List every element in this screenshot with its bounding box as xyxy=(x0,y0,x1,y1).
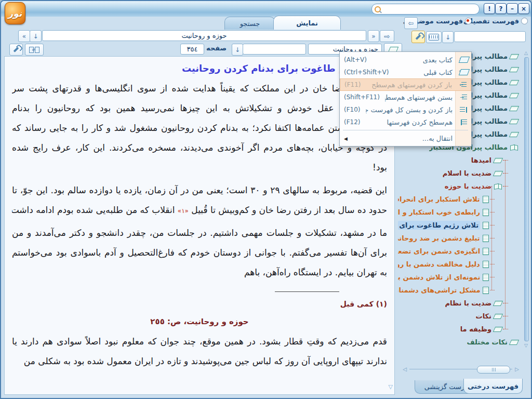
book-closed-icon xyxy=(509,132,519,137)
book-closed-icon xyxy=(509,93,519,98)
tree-item[interactable]: مشکل تراشی‌های دشمنان به xyxy=(398,284,521,297)
tree-item[interactable]: امیدها xyxy=(398,154,521,167)
book-closed-icon xyxy=(509,119,519,124)
keyboard-icon xyxy=(429,34,439,41)
book-closed-icon xyxy=(509,106,519,111)
down-button[interactable]: ↓ xyxy=(30,30,42,42)
goto-input[interactable] xyxy=(243,44,306,55)
sidebar-toolbar: ↓ xyxy=(397,30,530,43)
tab-display[interactable]: نمایش xyxy=(273,16,341,30)
close-button[interactable]: × xyxy=(518,3,529,14)
wrench-icon xyxy=(14,47,19,52)
tree-item[interactable]: نکات xyxy=(398,310,521,323)
tree-item[interactable]: ضدیت با اسلام xyxy=(398,167,521,180)
tree-vertical-scrollbar[interactable]: △ ▽ xyxy=(523,50,529,349)
titlebar-search-box[interactable] xyxy=(371,4,480,15)
body-line: به تهران بیایم. در ایستگاه راه‌آهن، باهم xyxy=(12,262,387,282)
title-bar: نور ! ? – × xyxy=(1,1,531,17)
document-icon xyxy=(483,287,489,294)
radio-circle-icon xyxy=(521,18,528,24)
sidebar-down-button[interactable]: ↓ xyxy=(442,31,454,43)
forward-button[interactable]: » xyxy=(368,30,379,42)
tree-item[interactable]: نمونه‌ای از تلاش دشمن برای xyxy=(398,271,521,284)
footnote-text: (١) کمی قبل xyxy=(12,296,387,312)
radio-detailed-list[interactable]: فهرست تفصیلی xyxy=(463,17,528,25)
book-open-icon xyxy=(510,145,518,150)
menu-item-open-same-level-lists[interactable]: ← باز کردن فهرستهای هم‌سطح (F11) xyxy=(340,78,471,91)
scroll-up-icon[interactable]: △ xyxy=(523,50,529,56)
tree-horizontal-scrollbar[interactable]: ◁ ▷ xyxy=(401,365,521,373)
book-open-icon xyxy=(494,184,502,189)
tree-item-selected[interactable]: تلاش رژیم طاغوت برای بد xyxy=(398,219,521,232)
sidebar-search-input[interactable] xyxy=(454,31,526,42)
collapse-panel-button[interactable]: ⇦ xyxy=(404,17,418,29)
toggle-current-list-icon xyxy=(456,107,471,113)
tree-item[interactable]: تلاش استکبار برای انحراف xyxy=(398,193,521,206)
document-icon xyxy=(483,222,489,229)
back-button[interactable]: « xyxy=(18,30,30,42)
body-line: ما در مشهد، تشکیلات و جلسات مهمی داشتیم.… xyxy=(12,223,387,243)
merge-windows-icon: ⇄ xyxy=(29,47,39,53)
flatten-lists-icon xyxy=(456,119,471,125)
menu-item-toggle-current-list[interactable]: باز کردن و بستن کل فهرست جاری (F10) xyxy=(340,103,471,116)
menu-item-close-same-level-lists[interactable]: → بستن فهرستهای هم‌سطح (Shift+F11) xyxy=(340,91,471,103)
tab-tree-list[interactable]: فهرست درختی xyxy=(463,379,523,394)
book-closed-icon xyxy=(493,314,503,319)
body-line: بود! xyxy=(12,157,387,177)
path-input[interactable] xyxy=(42,30,366,41)
menu-item-flatten-lists[interactable]: هم‌سطح کردن فهرستها (F12) xyxy=(340,116,471,128)
document-icon xyxy=(483,209,489,216)
go-arrow-button[interactable]: ⇨ xyxy=(380,30,394,42)
body-line: در کوچه و خیابان، بچه‌های مردم اگر آخوند… xyxy=(12,138,387,157)
context-menu: ↓ کتاب بعدی (Alt+V) ↑ کتاب قبلی (Ctrl+Sh… xyxy=(339,51,472,147)
minimize-button[interactable]: – xyxy=(507,3,518,14)
book-closed-icon xyxy=(509,80,519,85)
book-closed-icon xyxy=(509,67,519,72)
tree-item[interactable]: رابطه‌ی خوب استکبار و اس xyxy=(398,206,521,219)
body-line: این قضیه، مربوط به سالهای ٢٩ و ٣٠ است؛ ی… xyxy=(12,180,387,200)
scroll-down-icon[interactable]: ▽ xyxy=(523,342,529,349)
tree-item[interactable]: دلیل مخالفت دشمن با روح xyxy=(398,258,521,271)
keyboard-button[interactable] xyxy=(426,31,442,43)
tree-item[interactable]: انگیزه‌ی دشمن برای تضعیف xyxy=(398,245,521,258)
scroll-left-icon[interactable]: ◁ xyxy=(401,366,408,373)
tree-item[interactable]: وظیفه ما xyxy=(398,323,521,336)
wrench-icon xyxy=(416,34,421,40)
tree-connector xyxy=(505,160,506,329)
document-icon xyxy=(483,261,489,268)
search-icon xyxy=(375,6,381,12)
merge-view-button[interactable]: ⇄ xyxy=(25,44,44,56)
menu-item-previous-book[interactable]: ↑ کتاب قبلی (Ctrl+Shift+V) xyxy=(340,66,471,78)
page-number-input[interactable] xyxy=(180,44,204,55)
scroll-down-icon[interactable]: ▽ xyxy=(389,383,393,390)
footnote-separator xyxy=(275,291,339,292)
tree-item[interactable]: نکات مختلف xyxy=(398,336,521,349)
body-line: برنامه‌های رضا خان در این مملکت که یقینا… xyxy=(12,78,387,98)
tab-search[interactable]: جستجو xyxy=(224,17,275,30)
scrollbar-thumb[interactable] xyxy=(524,57,529,341)
tree-item[interactable]: تبلیغ دشمن بر ضد روحانی xyxy=(398,232,521,245)
search-toolbar: ⇄ صفحه ↓ xyxy=(4,43,395,56)
sidebar-settings-button[interactable] xyxy=(411,31,425,43)
scroll-right-icon[interactable]: ▷ xyxy=(513,366,521,373)
help-button[interactable]: ? xyxy=(495,3,507,14)
scrollbar-thumb[interactable] xyxy=(477,366,510,374)
body-line: ندارند تیپهای اروپایی آن روز که لباس جین… xyxy=(12,351,387,371)
footnote-marker[interactable]: «١» xyxy=(178,207,189,215)
next-book-icon: ↓ xyxy=(456,57,471,63)
goto-down-button[interactable]: ↓ xyxy=(232,44,243,56)
tree-item[interactable]: ضدیت با نظام xyxy=(398,297,521,310)
body-line: حدود ده سال بعد از رفتن رضا خان و کم‌وبی… xyxy=(12,200,387,220)
radio-circle-selected-icon xyxy=(465,18,472,24)
navigation-toolbar: « ↓ » ⇨ xyxy=(4,29,395,42)
settings-button[interactable] xyxy=(9,44,23,56)
alert-button[interactable]: ! xyxy=(484,3,495,14)
document-view[interactable]: تلاش رژیم طاغوت برای بدنام کردن روحانیت … xyxy=(4,56,395,395)
menu-item-next-book[interactable]: ↓ کتاب بعدی (Alt+V) xyxy=(340,54,471,66)
book-closed-icon xyxy=(493,301,503,306)
content-panel: نمایش جستجو « ↓ » ⇨ ⇄ صفحه ↓ xyxy=(4,16,395,395)
menu-item-move-to[interactable]: انتقال به... ◀ xyxy=(340,132,471,144)
page-label: صفحه xyxy=(206,44,227,52)
tree-connector xyxy=(491,186,492,290)
tree-item[interactable]: ضدیت با حوزه xyxy=(398,180,521,193)
